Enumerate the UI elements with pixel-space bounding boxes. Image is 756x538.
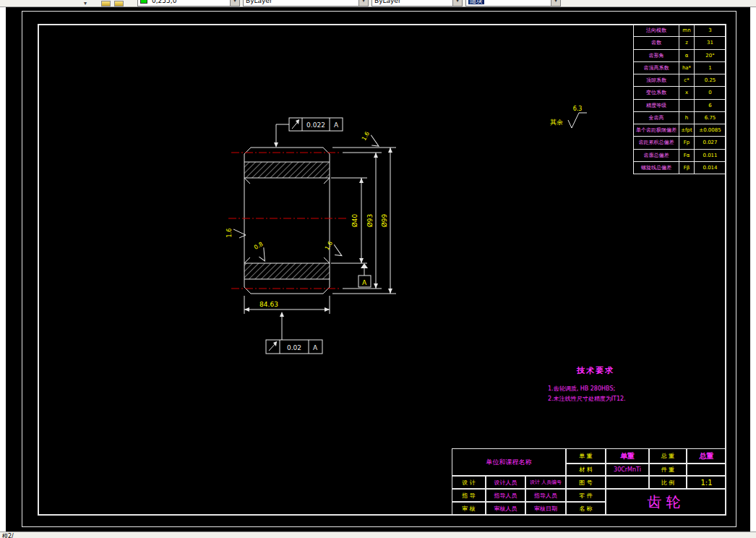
reviewer-cell: 审核人员 [486,502,525,516]
param-row: 螺旋线总偏差Fβ0.014 [634,162,726,174]
param-label: 变位系数 [634,87,679,98]
param-label: 齿形角 [634,50,679,61]
tech-requirement-line: 2.未注线性尺寸处精度为IT12. [548,395,626,403]
drawing-no-value-cell [606,476,649,489]
chamfer-tick [244,257,250,263]
unit-name-cell: 单位和课程名称 [452,448,566,476]
scale-label-cell: 比 例 [649,476,687,489]
param-row: 单个齿距极限偏差±fpt±0.0085 [634,124,726,137]
roughness-value: 0.8 [253,241,265,251]
part-name-cell: 齿轮 [606,489,726,516]
param-row: 齿顶高系数ha*1 [634,62,726,74]
roughness-rest-symbol[interactable]: 其余 6.3 [550,106,587,128]
tech-requirement-line: 1.齿轮调质, HB 280HBS; [548,385,615,393]
param-symbol: ±fpt [679,124,695,136]
param-value: 0.011 [695,150,726,161]
param-label: 齿顶高系数 [634,62,679,74]
dimension-tip-diameter[interactable]: Ø99 [381,148,392,294]
roughness-symbol[interactable]: 1.6 [226,229,246,238]
param-label: 法向模数 [634,25,679,36]
param-label: 全齿高 [634,112,679,124]
chamfer-tick [324,178,330,184]
designer-cell: 设计人员 [486,476,525,489]
dimension-text: 84.63 [259,301,278,308]
param-value: 6 [695,100,726,111]
roughness-symbol[interactable]: 0.8 [252,241,270,262]
name-label-cell: 名 称 [566,502,606,516]
gear-parameter-table: 法向模数mn3 齿数z31 齿形角α20° 齿顶高系数ha*1 顶隙系数c*0.… [633,24,726,174]
tech-requirements-title: 技术要求 [568,365,623,376]
param-symbol: α [679,50,695,61]
datum-feature-symbol[interactable]: A [358,263,371,287]
tolerance-frame-bottom[interactable]: 0.02 A [266,312,322,354]
param-row: 变位系数x0 [634,87,726,99]
hatch-bottom-rim [244,263,330,279]
param-symbol: Fβ [679,162,695,174]
param-value: 0.25 [695,74,726,86]
param-row: 法向模数mn3 [634,25,726,37]
param-label: 单个齿距极限偏差 [634,124,679,136]
param-row: 顶隙系数c*0.25 [634,74,726,87]
piece-weight-value-cell [687,464,726,476]
tolerance-value: 0.02 [287,344,301,351]
param-value: 20° [695,50,726,61]
tolerance-frame-top[interactable]: 0.022 A [274,118,343,148]
param-label: 齿距累积总偏差 [634,137,679,148]
param-value: ±0.0085 [695,124,726,136]
advisor2-cell: 指导人员 [525,489,566,502]
param-symbol: x [679,87,695,98]
scale-value-cell: 1:1 [687,476,726,489]
chamfer-tick [244,178,250,184]
review-label-cell: 审 核 [452,502,486,516]
designer-no-cell: 设计 人员编号 [525,476,566,489]
tolerance-datum: A [334,121,339,129]
datum-label: A [362,279,367,286]
tolerance-value: 0.022 [306,121,325,129]
param-symbol: Fp [679,137,695,148]
param-label: 螺旋线总偏差 [634,162,679,174]
param-label: 顶隙系数 [634,74,679,86]
roughness-value: 1.6 [226,229,233,238]
dimension-text: Ø93 [366,214,374,228]
dimension-text: Ø99 [381,213,388,227]
param-value: 0.014 [695,162,726,174]
param-value: 31 [695,37,726,48]
review-date-cell: 审核日期 [525,502,566,516]
advisor-label-cell: 指 导 [452,489,486,502]
param-row: 精度等级6 [634,100,726,112]
param-symbol: ha* [679,62,695,74]
roughness-value: 6.3 [573,106,583,112]
dimension-bore-diameter[interactable]: Ø40 [351,178,364,263]
param-value: 3 [695,25,726,36]
status-bar: 模2/ [0,531,756,538]
param-value: 0.027 [695,137,726,148]
roughness-symbol[interactable]: 1.6 [361,130,382,148]
total-weight-label-cell: 总 重 [649,448,687,464]
part-label-cell: 零 件 [566,489,606,502]
param-row: 齿数z31 [634,37,726,49]
roughness-symbol[interactable]: 1.6 [324,240,345,258]
material-label-cell: 材 料 [566,464,606,476]
drawing-no-label-cell: 图 号 [566,476,606,489]
param-symbol: z [679,37,695,48]
material-value-cell: 30CrMnTi [606,464,649,476]
unit-weight-label-cell: 单 重 [566,448,606,464]
hatch-top-rim [244,162,330,178]
param-value: 0 [695,87,726,98]
param-symbol: c* [679,74,695,86]
design-label-cell: 设 计 [452,476,486,489]
advisor-cell: 指导人员 [486,489,525,502]
application-window: ▾ 0,255,0 ▾ ByLayer ▾ ByLayer ▾ 随块 ▾ [0,0,756,538]
param-label: 齿廓总偏差 [634,150,679,161]
chamfer-tick [324,257,330,263]
total-weight-value-cell: 总重 [687,448,726,464]
param-value: 6.75 [695,112,726,124]
param-symbol [679,100,695,111]
param-row: 齿形角α20° [634,50,726,62]
param-symbol: h [679,112,695,124]
param-label: 齿数 [634,37,679,48]
dimension-face-width[interactable]: 84.63 [244,296,330,314]
param-symbol: mn [679,25,695,36]
param-row: 齿距累积总偏差Fp0.027 [634,137,726,149]
dimension-pitch-diameter[interactable]: Ø93 [366,153,378,289]
